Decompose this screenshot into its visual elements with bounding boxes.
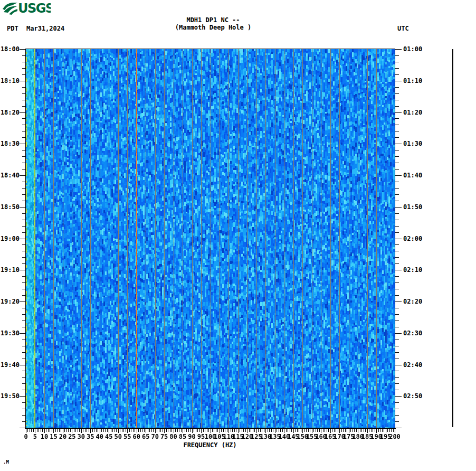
- left-axis-label: 18:50: [0, 204, 20, 210]
- x-axis-tick: [271, 429, 272, 432]
- right-axis-tick: [395, 421, 399, 422]
- right-axis-tick: [395, 55, 399, 56]
- x-axis-tick: [286, 429, 287, 432]
- right-axis-tick: [395, 93, 399, 94]
- x-axis-tick: [227, 429, 227, 432]
- x-axis-tick: [349, 429, 349, 433]
- x-axis-tick: [282, 429, 283, 432]
- x-axis-tick: [308, 429, 309, 432]
- right-axis-tick: [395, 276, 399, 277]
- x-axis-tick: [172, 429, 172, 432]
- left-axis-tick: [22, 201, 26, 201]
- x-axis-tick: [317, 429, 318, 432]
- right-axis-label: 02:10: [403, 267, 422, 273]
- x-axis-tick: [391, 429, 392, 432]
- x-axis-tick: [211, 429, 211, 433]
- usgs-logo: USGS: [2, 1, 51, 15]
- x-axis-tick: [395, 429, 395, 433]
- left-axis-tick: [22, 257, 26, 258]
- x-axis-tick: [192, 429, 193, 433]
- x-axis-tick: [345, 429, 346, 432]
- x-axis-tick: [212, 429, 213, 432]
- right-axis-tick: [395, 308, 399, 308]
- x-axis-tick: [39, 429, 39, 432]
- right-axis-tick: [395, 144, 402, 144]
- left-axis-tick: [22, 390, 26, 390]
- left-axis-label: 19:00: [0, 236, 20, 242]
- left-axis-label: 18:00: [0, 46, 20, 52]
- x-axis-tick: [120, 429, 120, 432]
- x-axis-tick: [179, 429, 179, 432]
- right-axis-tick: [395, 365, 402, 365]
- x-axis-tick: [358, 429, 358, 433]
- left-axis-tick: [22, 118, 26, 119]
- x-axis-tick: [30, 429, 30, 432]
- left-axis-tick: [22, 321, 26, 321]
- left-axis-tick: [22, 377, 26, 378]
- x-axis-tick: [174, 429, 174, 433]
- left-axis-tick: [22, 194, 26, 195]
- right-axis-label: 01:50: [403, 204, 422, 210]
- x-axis-tick: [251, 429, 251, 432]
- usgs-logo-text: USGS: [18, 1, 51, 15]
- usgs-logo-mark: [3, 3, 17, 15]
- x-axis-tick: [232, 429, 233, 432]
- x-axis-tick: [313, 429, 314, 432]
- x-axis-tick: [149, 429, 150, 432]
- left-axis-label: 18:40: [0, 172, 20, 178]
- x-axis-tick: [319, 429, 320, 432]
- right-axis-tick: [395, 402, 399, 403]
- x-axis-tick: [26, 429, 26, 433]
- right-axis-label: 01:30: [403, 140, 422, 147]
- left-axis-tick: [22, 169, 26, 169]
- x-axis-tick: [332, 429, 332, 432]
- left-axis-tick: [22, 402, 26, 403]
- x-axis-tick: [275, 429, 275, 433]
- x-axis-tick: [188, 429, 189, 432]
- timezone-right-label: UTC: [397, 25, 409, 32]
- right-axis-tick: [395, 371, 399, 371]
- x-axis-tick: [85, 429, 85, 432]
- x-axis-tick: [115, 429, 115, 432]
- x-axis-tick: [312, 429, 312, 433]
- x-axis-tick: [103, 429, 104, 432]
- x-axis-tick: [290, 429, 290, 432]
- x-axis-tick: [367, 429, 368, 433]
- left-axis-tick: [22, 409, 26, 409]
- x-axis-tick: [135, 429, 135, 432]
- left-axis-tick: [22, 62, 26, 62]
- x-axis-tick: [273, 429, 273, 432]
- x-axis-tick: [360, 429, 360, 432]
- x-axis-tick: [142, 429, 142, 432]
- x-axis-tick: [44, 429, 45, 433]
- x-axis-tick: [46, 429, 46, 432]
- x-axis-tick: [166, 429, 167, 432]
- right-axis-tick: [395, 390, 399, 390]
- x-axis-tick: [123, 429, 124, 432]
- right-axis-label: 01:10: [403, 78, 422, 84]
- left-axis-tick: [20, 333, 26, 334]
- right-axis-label: 02:50: [403, 393, 422, 399]
- left-axis-tick: [20, 302, 26, 302]
- right-axis-tick: [395, 302, 402, 302]
- x-axis-tick: [160, 429, 161, 432]
- x-axis-tick: [221, 429, 222, 432]
- spectrogram-canvas: [26, 49, 395, 428]
- right-axis-tick: [395, 232, 399, 233]
- left-axis-tick: [22, 263, 26, 264]
- x-axis-tick: [177, 429, 178, 432]
- x-axis-tick: [63, 429, 63, 433]
- x-axis-tick: [64, 429, 65, 432]
- left-axis-tick: [22, 282, 26, 283]
- x-axis-tick: [66, 429, 67, 432]
- x-axis-tick: [280, 429, 281, 432]
- x-axis-tick: [277, 429, 277, 432]
- left-axis-tick: [22, 163, 26, 163]
- x-axis-tick: [361, 429, 362, 432]
- x-axis-tick: [48, 429, 49, 432]
- x-axis-tick: [197, 429, 198, 432]
- x-axis-tick: [170, 429, 170, 432]
- right-axis-tick: [395, 163, 399, 163]
- x-axis-tick: [50, 429, 50, 432]
- x-axis-tick: [371, 429, 372, 432]
